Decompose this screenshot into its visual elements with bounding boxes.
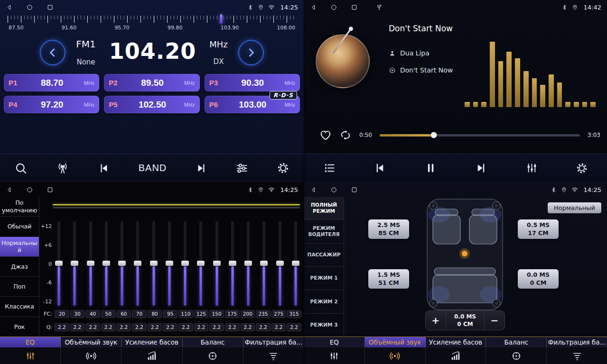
- tune-up-button[interactable]: [238, 40, 264, 65]
- eq-slider-handle[interactable]: [150, 261, 158, 266]
- eq-q-value[interactable]: 2.2: [178, 323, 193, 331]
- mode-3[interactable]: РЕЖИМ 3: [304, 314, 344, 337]
- eq-fc-value[interactable]: 50: [101, 310, 116, 318]
- home-button[interactable]: [26, 4, 33, 11]
- next-track-button[interactable]: [475, 162, 487, 174]
- eq-fc-value[interactable]: 125: [194, 310, 209, 318]
- tab-bass-boost-icon[interactable]: [121, 347, 182, 364]
- pause-button[interactable]: [424, 162, 437, 174]
- tab-filter[interactable]: Фильтрация ба...: [243, 337, 304, 347]
- previous-track-button[interactable]: [374, 162, 386, 174]
- scan-search-button[interactable]: [14, 162, 28, 175]
- tab-balance-icon[interactable]: [183, 347, 243, 364]
- tab-filter-icon[interactable]: [243, 347, 304, 364]
- mixer-button[interactable]: [525, 162, 538, 174]
- mode-2[interactable]: РЕЖИМ 2: [304, 290, 344, 313]
- back-button[interactable]: [6, 4, 13, 11]
- back-button[interactable]: [310, 4, 317, 11]
- tab-eq-icon[interactable]: [0, 347, 61, 364]
- eq-slider-handle[interactable]: [229, 261, 236, 266]
- settings-gear-button[interactable]: [277, 162, 289, 174]
- eq-fc-value[interactable]: 200: [241, 310, 255, 318]
- eq-band-slider[interactable]: [118, 221, 126, 306]
- progress-slider[interactable]: [380, 134, 580, 136]
- recents-button[interactable]: [351, 4, 358, 11]
- back-button[interactable]: [6, 186, 13, 193]
- eq-slider-handle[interactable]: [134, 261, 141, 266]
- eq-fc-value[interactable]: 110: [178, 310, 193, 318]
- eq-q-value[interactable]: 2.2: [256, 323, 271, 331]
- eq-q-value[interactable]: 2.2: [271, 323, 286, 331]
- eq-preset-pop[interactable]: Поп: [0, 277, 39, 297]
- eq-band-slider[interactable]: [165, 221, 174, 306]
- eq-preset-custom[interactable]: Обычай: [0, 217, 39, 237]
- eq-q-value[interactable]: 2.2: [117, 323, 131, 331]
- eq-q-value[interactable]: 2.2: [225, 323, 240, 331]
- settings-gear-button[interactable]: [576, 162, 588, 174]
- tab-bass-boost[interactable]: Усиление басов: [426, 337, 486, 347]
- eq-q-value[interactable]: 2.2: [85, 323, 100, 331]
- eq-slider-handle[interactable]: [166, 261, 173, 266]
- eq-band-slider[interactable]: [276, 221, 284, 306]
- tab-bass-boost-icon[interactable]: [426, 347, 486, 364]
- repeat-button[interactable]: [339, 129, 352, 141]
- eq-slider-handle[interactable]: [181, 261, 189, 266]
- tab-balance-icon[interactable]: [486, 347, 547, 364]
- eq-band-slider[interactable]: [55, 221, 63, 306]
- eq-q-value[interactable]: 2.2: [148, 323, 162, 331]
- tab-surround-icon[interactable]: [61, 347, 121, 364]
- eq-fc-value[interactable]: 70: [132, 310, 147, 318]
- preset-button-p1[interactable]: P1 88.70 MHz: [4, 74, 99, 91]
- eq-slider-handle[interactable]: [213, 261, 221, 266]
- mode-1[interactable]: РЕЖИМ 1: [304, 267, 344, 290]
- eq-fc-value[interactable]: 315: [287, 310, 301, 318]
- tune-down-button[interactable]: [40, 40, 65, 65]
- eq-band-slider[interactable]: [228, 221, 237, 306]
- eq-fc-value[interactable]: 175: [225, 310, 240, 318]
- eq-fc-value[interactable]: 60: [117, 310, 131, 318]
- eq-band-slider[interactable]: [149, 221, 158, 306]
- tab-filter-icon[interactable]: [547, 347, 607, 364]
- eq-fc-value[interactable]: 20: [55, 310, 69, 318]
- eq-fc-value[interactable]: 275: [271, 310, 286, 318]
- recents-button[interactable]: [351, 186, 358, 193]
- eq-band-slider[interactable]: [196, 221, 205, 306]
- preset-button-p3[interactable]: P3 90.30 MHz: [205, 74, 300, 91]
- eq-band-slider[interactable]: [133, 221, 142, 306]
- eq-slider-handle[interactable]: [71, 261, 78, 266]
- eq-band-slider[interactable]: [244, 221, 252, 306]
- preset-button-p4[interactable]: P4 97.20 MHz: [4, 96, 99, 113]
- eq-band-slider[interactable]: [86, 221, 95, 306]
- recents-button[interactable]: [47, 186, 54, 193]
- tab-surround[interactable]: Объёмный звук: [61, 337, 121, 347]
- front-left-delay[interactable]: 2.5 MS 85 CM: [368, 219, 409, 239]
- eq-slider-handle[interactable]: [55, 261, 63, 266]
- eq-preset-default[interactable]: По умолчанию: [0, 197, 39, 217]
- eq-slider-handle[interactable]: [103, 261, 110, 266]
- preset-button-p2[interactable]: P2 89.50 MHz: [104, 74, 199, 91]
- eq-fc-value[interactable]: 235: [256, 310, 271, 318]
- frequency-indicator[interactable]: [220, 14, 222, 24]
- eq-slider-handle[interactable]: [260, 261, 268, 266]
- eq-preset-normal[interactable]: Нормальный: [0, 237, 39, 257]
- mode-passenger[interactable]: ПАССАЖИР: [304, 244, 344, 267]
- eq-slider-handle[interactable]: [244, 261, 252, 266]
- eq-q-value[interactable]: 2.2: [132, 323, 147, 331]
- broadcast-scan-button[interactable]: [56, 161, 70, 175]
- eq-band-slider[interactable]: [70, 221, 79, 306]
- eq-slider-handle[interactable]: [276, 261, 284, 266]
- eq-slider-handle[interactable]: [197, 261, 205, 266]
- favorite-button[interactable]: [319, 129, 332, 141]
- band-button[interactable]: BAND: [139, 163, 167, 173]
- delay-increase-button[interactable]: +: [426, 311, 446, 330]
- eq-slider-handle[interactable]: [292, 261, 299, 266]
- eq-slider-handle[interactable]: [118, 261, 126, 266]
- previous-station-button[interactable]: [98, 162, 110, 174]
- playlist-button[interactable]: [323, 162, 336, 174]
- eq-q-value[interactable]: 2.2: [55, 323, 69, 331]
- eq-q-value[interactable]: 2.2: [101, 323, 116, 331]
- home-button[interactable]: [26, 186, 33, 193]
- tab-balance[interactable]: Баланс: [486, 337, 547, 347]
- tab-bass-boost[interactable]: Усиление басов: [121, 337, 182, 347]
- preset-button-p5[interactable]: P5 102.50 MHz: [104, 96, 199, 113]
